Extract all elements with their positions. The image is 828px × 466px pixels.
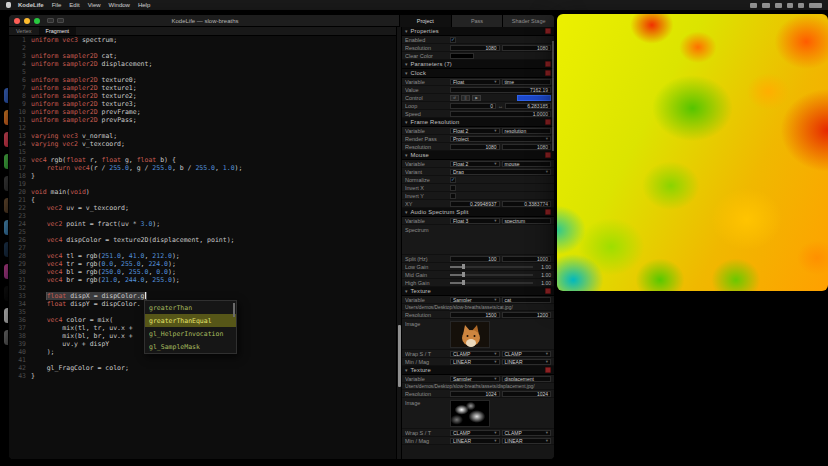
- tab-vertex[interactable]: Vertex: [9, 27, 39, 35]
- menu-edit[interactable]: Edit: [69, 0, 79, 10]
- display-icon[interactable]: [750, 3, 757, 8]
- checkbox-normalize[interactable]: ✓: [450, 177, 456, 183]
- dropdown-render-pass[interactable]: Project▾: [450, 136, 551, 142]
- pause-button[interactable]: ||: [461, 95, 470, 101]
- autocomplete-item-gl-samplemask[interactable]: gl_SampleMask: [145, 340, 236, 353]
- uniform-name-field[interactable]: time: [502, 79, 552, 85]
- zoom-button[interactable]: [34, 18, 40, 24]
- section-header-properties[interactable]: ▾Properties: [402, 27, 554, 36]
- value-field-2[interactable]: 1200: [502, 312, 552, 318]
- texture-thumbnail-cat[interactable]: [450, 321, 490, 348]
- play-button[interactable]: ▶: [472, 95, 481, 101]
- control-center-icon[interactable]: [798, 3, 804, 8]
- type-dropdown[interactable]: Float 2▾: [450, 161, 500, 167]
- add-parameter-button[interactable]: [545, 61, 551, 67]
- type-dropdown[interactable]: Float▾: [450, 79, 500, 85]
- loop-end-field[interactable]: 6.283185: [505, 103, 551, 109]
- value-field-2[interactable]: 1024: [502, 391, 552, 397]
- checkbox-invert-x[interactable]: [450, 185, 456, 191]
- value-field-2[interactable]: 1080: [502, 45, 552, 51]
- slider-low-gain[interactable]: [450, 266, 533, 268]
- menu-file[interactable]: File: [52, 0, 62, 10]
- value-field-2[interactable]: 1080: [502, 144, 552, 150]
- dropdown-wrap-s-t-1[interactable]: CLAMP▾: [450, 351, 500, 357]
- shader-preview-window[interactable]: [557, 14, 828, 291]
- code-area[interactable]: greaterThangreaterThanEqualgl_HelperInvo…: [9, 36, 396, 459]
- value-field-1[interactable]: 0.29948937: [450, 201, 500, 207]
- checkbox-enabled[interactable]: ✓: [450, 37, 456, 43]
- type-dropdown[interactable]: Float 3▾: [450, 218, 500, 224]
- uniform-name-field[interactable]: displacement: [502, 376, 552, 382]
- remove-parameter-button[interactable]: [545, 70, 551, 76]
- remove-parameter-button[interactable]: [545, 209, 551, 215]
- section-header-parameters-7[interactable]: ▾Parameters (7): [402, 60, 554, 69]
- value-field-1[interactable]: 1500: [450, 312, 500, 318]
- tab-shader-stage[interactable]: Shader Stage: [502, 15, 554, 27]
- remove-parameter-button[interactable]: [545, 288, 551, 294]
- slider-high-gain[interactable]: [450, 282, 533, 284]
- menu-kodelife[interactable]: KodeLife: [18, 0, 44, 10]
- value-field-1[interactable]: 100: [450, 256, 500, 262]
- apple-logo-icon[interactable]: [6, 2, 11, 8]
- search-icon[interactable]: [787, 3, 793, 8]
- checkbox-invert-y[interactable]: [450, 193, 456, 199]
- autocomplete-item-greaterthanequal[interactable]: greaterThanEqual: [145, 314, 236, 327]
- slider-mid-gain[interactable]: [450, 274, 533, 276]
- texture-thumbnail-displacement[interactable]: [450, 400, 490, 427]
- file-path[interactable]: /Users/demos/Desktop/slow-breaths/assets…: [405, 305, 551, 310]
- wifi-icon[interactable]: [775, 3, 782, 8]
- tab-project[interactable]: Project: [399, 15, 451, 27]
- menu-help[interactable]: Help: [138, 0, 150, 10]
- slider-thumb[interactable]: [462, 264, 465, 269]
- autocomplete-scrollbar[interactable]: [233, 303, 235, 317]
- dropdown-min-mag-1[interactable]: LINEAR▾: [450, 438, 500, 444]
- inspector-scrollbar-thumb[interactable]: [552, 41, 554, 151]
- window-titlebar[interactable]: KodeLife — slow-breaths ProjectPassShade…: [9, 15, 554, 27]
- dropdown-wrap-s-t-1[interactable]: CLAMP▾: [450, 430, 500, 436]
- layout-toggle-1[interactable]: [47, 18, 54, 23]
- uniform-name-field[interactable]: resolution: [502, 128, 552, 134]
- type-dropdown[interactable]: Float 2▾: [450, 128, 500, 134]
- autocomplete-item-greaterthan[interactable]: greaterThan: [145, 301, 236, 314]
- section-header-texture[interactable]: ▾Texture: [402, 287, 554, 296]
- section-header-frame-resolution[interactable]: ▾Frame Resolution: [402, 118, 554, 127]
- value-field-2[interactable]: 1000: [502, 256, 552, 262]
- uniform-name-field[interactable]: cat: [502, 297, 552, 303]
- remove-parameter-button[interactable]: [545, 152, 551, 158]
- type-dropdown[interactable]: Sampler▾: [450, 297, 500, 303]
- tab-pass[interactable]: Pass: [451, 15, 503, 27]
- restart-button[interactable]: ↺: [450, 95, 459, 101]
- color-swatch[interactable]: [450, 53, 474, 59]
- file-path[interactable]: /Users/demos/Desktop/slow-breaths/assets…: [405, 384, 551, 389]
- remove-parameter-button[interactable]: [545, 119, 551, 125]
- autocomplete-item-gl-helperinvocation[interactable]: gl_HelperInvocation: [145, 327, 236, 340]
- tab-fragment[interactable]: Fragment: [39, 27, 77, 35]
- menu-window[interactable]: Window: [109, 0, 130, 10]
- dropdown-min-mag-2[interactable]: LINEAR▾: [502, 359, 552, 365]
- section-header-clock[interactable]: ▾Clock: [402, 69, 554, 78]
- remove-parameter-button[interactable]: [545, 367, 551, 373]
- uniform-name-field[interactable]: spectrum: [502, 218, 552, 224]
- dropdown-wrap-s-t-2[interactable]: CLAMP▾: [502, 351, 552, 357]
- value-field-1[interactable]: 1080: [450, 45, 500, 51]
- remove-parameter-button[interactable]: [545, 28, 551, 34]
- slider-thumb[interactable]: [462, 272, 465, 277]
- section-header-texture[interactable]: ▾Texture: [402, 366, 554, 375]
- clock-icon[interactable]: [809, 3, 822, 8]
- value-field-2[interactable]: 0.3383774: [502, 201, 552, 207]
- close-button[interactable]: [14, 18, 20, 24]
- dropdown-min-mag-1[interactable]: LINEAR▾: [450, 359, 500, 365]
- clock-running-indicator[interactable]: [517, 95, 551, 101]
- loop-start-field[interactable]: 0: [450, 103, 496, 109]
- dropdown-variant[interactable]: Drag▾: [450, 169, 551, 175]
- dropdown-wrap-s-t-2[interactable]: CLAMP▾: [502, 430, 552, 436]
- layout-toggle-2[interactable]: [57, 18, 64, 23]
- dropdown-min-mag-2[interactable]: LINEAR▾: [502, 438, 552, 444]
- uniform-name-field[interactable]: mouse: [502, 161, 552, 167]
- minimize-button[interactable]: [24, 18, 30, 24]
- slider-thumb[interactable]: [462, 280, 465, 285]
- value-field-1[interactable]: 1024: [450, 391, 500, 397]
- value-field-1[interactable]: 1080: [450, 144, 500, 150]
- menu-view[interactable]: View: [88, 0, 101, 10]
- battery-icon[interactable]: [762, 3, 770, 8]
